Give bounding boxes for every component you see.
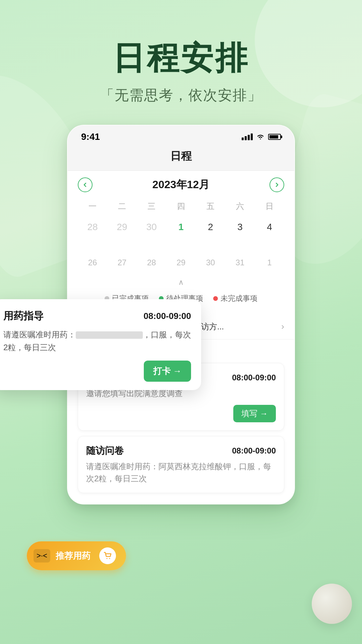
todo-time-1: 08:00-09:00 — [232, 373, 276, 382]
signal-icon — [242, 133, 253, 140]
cal-month-title: 2023年12月 — [153, 177, 210, 192]
med-card-header: 用药指导 08:00-09:00 — [3, 309, 191, 323]
todo-desc-2: 请遵医嘱准时用药：阿莫西林克拉维酸钾，口服，每次2粒，每日三次 — [86, 461, 276, 485]
cal-day-30[interactable]: 30 — [137, 217, 166, 237]
legend-undone: 未完成事项 — [213, 293, 257, 304]
calendar-days-row2: 26 27 28 29 30 31 1 — [68, 251, 294, 272]
weekday-1: 一 — [78, 199, 107, 214]
checkin-button[interactable]: 打卡 → — [144, 361, 191, 382]
status-icons — [242, 133, 281, 140]
app-title: 日程 — [68, 146, 294, 171]
main-title: 日程安排 — [0, 40, 362, 76]
todo-title-2: 随访问卷 — [86, 444, 124, 457]
legend-dot-undone — [213, 296, 218, 301]
svg-point-1 — [109, 558, 110, 559]
checkin-row: 打卡 → — [3, 361, 191, 382]
weekday-7: 日 — [255, 199, 284, 214]
calendar-section: 2023年12月 一 二 三 四 五 六 日 28 29 30 1 2 3 — [68, 171, 294, 244]
cal-day-3[interactable]: 3 — [225, 217, 255, 237]
header-section: 日程安排 「无需思考，依次安排」 — [0, 0, 362, 125]
calendar-header: 2023年12月 — [78, 177, 284, 192]
promo-cart-icon[interactable] — [99, 547, 116, 564]
phone-mockup-container: 9:41 日程 — [0, 125, 362, 504]
floating-medication-card: 用药指导 08:00-09:00 请遵医嘱准时用药：，口服，每次2粒，每日三次 … — [0, 299, 201, 390]
calendar-days-row1: 28 29 30 1 2 3 4 — [78, 217, 284, 237]
status-bar: 9:41 — [68, 125, 294, 146]
weekday-2: 二 — [107, 199, 137, 214]
subtitle: 「无需思考，依次安排」 — [0, 86, 362, 105]
weekday-4: 四 — [166, 199, 196, 214]
cal-day-4[interactable]: 4 — [255, 217, 284, 237]
battery-icon — [268, 134, 281, 140]
weekday-6: 六 — [225, 199, 255, 214]
med-card-desc: 请遵医嘱准时用药：，口服，每次2粒，每日三次 — [3, 328, 191, 354]
wifi-icon — [256, 133, 265, 140]
weekday-3: 三 — [137, 199, 166, 214]
cal-prev-btn[interactable] — [78, 177, 93, 192]
todo-action-1: 填写 → — [86, 405, 276, 422]
plan-arrow-icon: › — [281, 321, 284, 332]
cal-day-2[interactable]: 2 — [196, 217, 225, 237]
med-card-title: 用药指导 — [3, 309, 44, 323]
cal-day-29[interactable]: 29 — [107, 217, 137, 237]
blurred-medicine-name — [76, 331, 143, 339]
cal-day-1[interactable]: 1 — [166, 217, 196, 237]
med-card-time: 08:00-09:00 — [143, 311, 191, 321]
todo-time-2: 08:00-09:00 — [232, 446, 276, 455]
fill-btn-1[interactable]: 填写 → — [233, 405, 276, 422]
promo-icon: >·< — [34, 549, 50, 562]
deco-ball — [312, 584, 352, 624]
status-time: 9:41 — [81, 131, 100, 142]
calendar-weekdays: 一 二 三 四 五 六 日 — [78, 199, 284, 214]
weekday-5: 五 — [196, 199, 225, 214]
svg-point-0 — [107, 558, 108, 559]
cal-day-28[interactable]: 28 — [78, 217, 107, 237]
todo-card-2-header: 随访问卷 08:00-09:00 — [86, 444, 276, 457]
todo-card-followup: 随访问卷 08:00-09:00 请遵医嘱准时用药：阿莫西林克拉维酸钾，口服，每… — [78, 436, 284, 493]
promo-banner[interactable]: >·< 推荐用药 — [27, 541, 126, 570]
spacer — [68, 244, 294, 251]
promo-text: 推荐用药 — [56, 550, 90, 562]
collapse-arrow[interactable]: ∧ — [78, 275, 284, 289]
cal-next-btn[interactable] — [269, 177, 284, 192]
